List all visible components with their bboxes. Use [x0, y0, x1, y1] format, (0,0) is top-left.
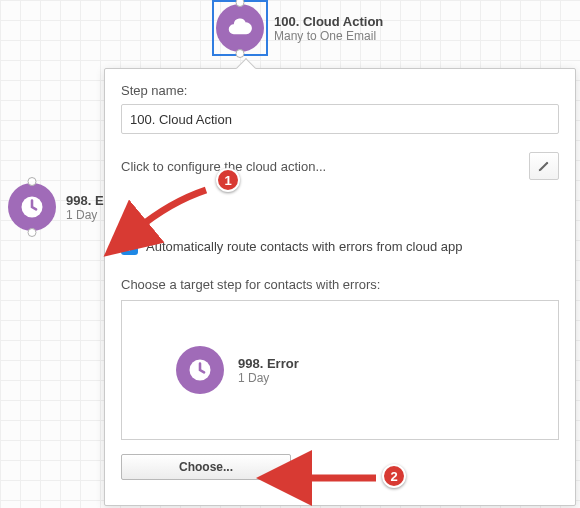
pencil-icon — [537, 159, 551, 173]
auto-route-errors-checkbox[interactable] — [121, 238, 138, 255]
node-subtitle: Many to One Email — [274, 29, 383, 43]
node-100-cloud-action[interactable]: 100. Cloud Action Many to One Email — [216, 4, 383, 52]
target-step-subtitle: 1 Day — [238, 371, 299, 385]
panel-pointer — [236, 58, 256, 78]
clock-icon — [8, 183, 56, 231]
node-998-error[interactable]: 998. Err 1 Day — [8, 183, 114, 231]
edit-cloud-action-button[interactable] — [529, 152, 559, 180]
clock-icon — [176, 346, 224, 394]
node-connector-bottom[interactable] — [236, 49, 245, 58]
target-step-box: 998. Error 1 Day — [121, 300, 559, 440]
target-step-title: 998. Error — [238, 356, 299, 371]
auto-route-errors-label: Automatically route contacts with errors… — [146, 239, 462, 254]
step-config-panel: Step name: Click to configure the cloud … — [104, 68, 576, 506]
step-name-label: Step name: — [121, 83, 559, 98]
configure-cloud-action-text: Click to configure the cloud action... — [121, 159, 326, 174]
check-icon — [124, 241, 136, 253]
target-step-label: Choose a target step for contacts with e… — [121, 277, 559, 292]
cloud-icon — [216, 4, 264, 52]
step-name-input[interactable] — [121, 104, 559, 134]
node-connector-bottom[interactable] — [28, 228, 37, 237]
workflow-canvas[interactable]: 998. Err 1 Day 100. Cloud Action Many to… — [0, 0, 580, 508]
node-title: 100. Cloud Action — [274, 14, 383, 29]
choose-target-button[interactable]: Choose... — [121, 454, 291, 480]
node-connector-top[interactable] — [28, 177, 37, 186]
